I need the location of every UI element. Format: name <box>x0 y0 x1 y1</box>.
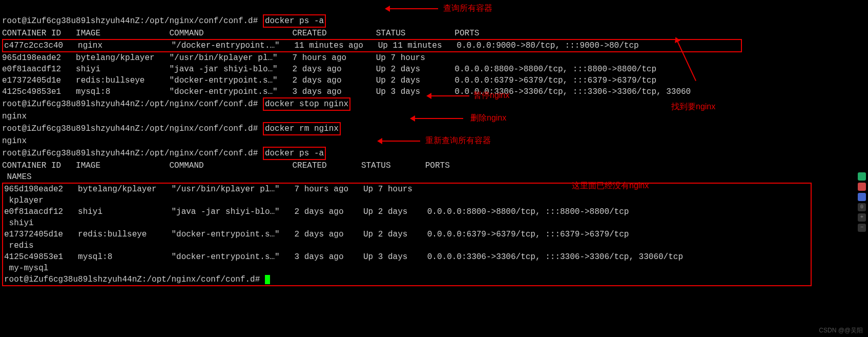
prompt: root@iZuf6cg38u89lshzyuh44nZ:/opt/nginx/… <box>2 124 258 133</box>
table-row: 965d198eade2 bytelang/kplayer "/usr/bin/… <box>2 53 425 63</box>
nginx-row-highlight: c477c2cc3c40 nginx "/docker-entrypoint.…… <box>2 39 742 52</box>
table-row: 965d198eade2 bytelang/kplayer "/usr/bin/… <box>4 185 412 194</box>
terminal[interactable]: root@iZuf6cg38u89lshzyuh44nZ:/opt/nginx/… <box>0 0 868 301</box>
output: nginx <box>2 136 27 146</box>
table-row: e17372405d1e redis:bullseye "docker-entr… <box>2 76 656 85</box>
output: nginx <box>2 112 27 121</box>
sidebar-icon[interactable] <box>858 183 866 191</box>
arrow-icon <box>379 141 420 142</box>
annotation-find-nginx: 找到要nginx <box>671 102 715 112</box>
table-row: 4125c49853e1 mysql:8 "docker-entrypoint.… <box>4 252 683 262</box>
table-row-name: my-mysql <box>4 264 48 273</box>
table-row-name: shiyi <box>4 219 34 228</box>
arrow-icon <box>428 95 469 96</box>
table-header-2a: CONTAINER ID IMAGE COMMAND CREATED STATU… <box>2 161 450 170</box>
table-row: 4125c49853e1 mysql:8 "docker-entrypoint.… <box>2 87 691 96</box>
table-header-1: CONTAINER ID IMAGE COMMAND CREATED STATU… <box>2 29 479 38</box>
table-row: e0f81aacdf12 shiyi "java -jar shiyi-blo…… <box>4 207 629 216</box>
watermark: CSDN @@吴阳 <box>819 326 863 335</box>
editor-sidebar: 0 + − <box>858 170 868 263</box>
table-row: e0f81aacdf12 shiyi "java -jar shiyi-blo…… <box>2 65 656 74</box>
annotation-stop-nginx: 暂停nginx <box>473 90 509 101</box>
prompt: root@iZuf6cg38u89lshzyuh44nZ:/opt/nginx/… <box>2 149 258 158</box>
command-box-1: docker ps -a <box>263 14 326 28</box>
prompt: root@iZuf6cg38u89lshzyuh44nZ:/opt/nginx/… <box>4 275 260 284</box>
arrow-icon <box>387 8 438 9</box>
annotation-rm-nginx: 删除nginx <box>470 113 506 124</box>
annotation-no-nginx: 这里面已经没有nginx <box>572 181 649 191</box>
table-header-2b: NAMES <box>2 172 32 182</box>
sidebar-icon[interactable]: + <box>858 213 866 222</box>
command-box-3: docker rm nginx <box>263 122 341 135</box>
prompt: root@iZuf6cg38u89lshzyuh44nZ:/opt/nginx/… <box>2 16 258 26</box>
sidebar-icon[interactable]: 0 <box>858 203 866 211</box>
annotation-query-all: 查询所有容器 <box>443 3 492 14</box>
sidebar-icon[interactable] <box>858 193 866 201</box>
arrow-icon <box>412 118 463 119</box>
prompt: root@iZuf6cg38u89lshzyuh44nZ:/opt/nginx/… <box>2 100 258 109</box>
table-row-name: kplayer <box>4 196 44 205</box>
result-box-highlight: 965d198eade2 bytelang/kplayer "/usr/bin/… <box>2 183 812 286</box>
cursor <box>265 275 270 284</box>
table-row-name: redis <box>4 241 34 250</box>
command-box-2: docker stop nginx <box>263 97 350 111</box>
table-row: e17372405d1e redis:bullseye "docker-entr… <box>4 230 629 239</box>
annotation-requery: 重新查询所有容器 <box>425 135 491 146</box>
sidebar-icon[interactable]: − <box>858 224 866 232</box>
command-box-4: docker ps -a <box>263 147 326 160</box>
sidebar-icon[interactable] <box>858 172 866 181</box>
